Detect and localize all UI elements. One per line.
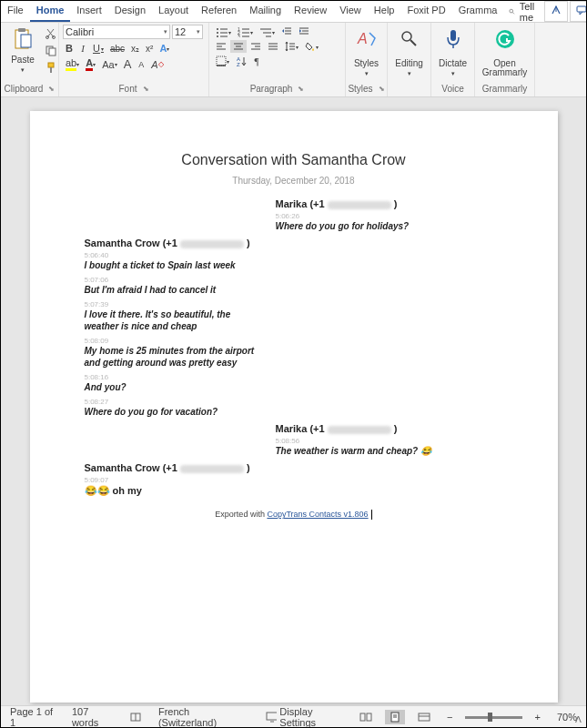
bold-button[interactable]: B bbox=[63, 41, 76, 56]
web-layout-button[interactable] bbox=[414, 710, 434, 724]
justify-button[interactable] bbox=[265, 40, 281, 53]
subscript-button[interactable]: x₂ bbox=[128, 42, 142, 56]
page-count[interactable]: Page 1 of 1 bbox=[6, 704, 59, 728]
underline-button[interactable]: U▾ bbox=[90, 41, 106, 56]
tab-design[interactable]: Design bbox=[108, 1, 152, 22]
group-font: Calibri▾ 12▾ B I U▾ abc x₂ x² A▾ ab▾ A▾ … bbox=[59, 23, 209, 96]
grow-font-button[interactable]: A bbox=[121, 56, 135, 73]
styles-launcher[interactable]: ⬊ bbox=[379, 85, 385, 93]
tab-review[interactable]: Review bbox=[288, 1, 333, 22]
group-clipboard: Paste▾ Clipboard⬊ bbox=[1, 23, 59, 96]
tab-help[interactable]: Help bbox=[368, 1, 401, 22]
comment-icon bbox=[576, 5, 587, 15]
book-icon bbox=[129, 711, 142, 723]
zoom-slider[interactable] bbox=[465, 716, 521, 719]
zoom-out-button[interactable]: − bbox=[443, 710, 456, 724]
align-center-button[interactable] bbox=[230, 40, 247, 53]
share-button[interactable] bbox=[544, 1, 568, 22]
tab-layout[interactable]: Layout bbox=[152, 1, 195, 22]
svg-rect-63 bbox=[360, 713, 365, 721]
italic-button[interactable]: I bbox=[76, 41, 89, 56]
paste-button[interactable]: Paste▾ bbox=[5, 25, 41, 76]
tab-home[interactable]: Home bbox=[30, 1, 71, 22]
export-link[interactable]: CopyTrans Contacts v1.806 bbox=[267, 510, 368, 519]
tab-grammarly[interactable]: Gramma bbox=[452, 1, 504, 22]
multilevel-icon bbox=[259, 26, 272, 37]
shading-button[interactable]: ▾ bbox=[302, 39, 321, 54]
change-case-button[interactable]: Aa▾ bbox=[99, 57, 119, 72]
line-spacing-button[interactable]: ▾ bbox=[282, 39, 301, 54]
strikethrough-button[interactable]: abc bbox=[107, 42, 127, 56]
brush-icon bbox=[45, 62, 56, 74]
font-color-button[interactable]: A▾ bbox=[83, 56, 98, 73]
tab-foxit[interactable]: Foxit PD bbox=[400, 1, 451, 22]
read-icon bbox=[359, 712, 372, 723]
group-styles: A Styles▾ Styles⬊ bbox=[346, 23, 388, 96]
text-cursor bbox=[371, 510, 372, 520]
document-page[interactable]: Conversation with Samantha Crow Thursday… bbox=[30, 111, 558, 703]
zoom-in-button[interactable]: + bbox=[531, 710, 544, 724]
print-layout-button[interactable] bbox=[385, 710, 405, 724]
align-left-button[interactable] bbox=[213, 40, 229, 53]
document-scroll-area[interactable]: Conversation with Samantha Crow Thursday… bbox=[1, 97, 586, 705]
cut-button[interactable] bbox=[42, 25, 59, 41]
zoom-thumb[interactable] bbox=[488, 713, 492, 722]
format-painter-button[interactable] bbox=[42, 60, 59, 76]
page-icon bbox=[389, 712, 401, 723]
display-settings-button[interactable]: Display Settings bbox=[262, 704, 347, 728]
sort-button[interactable]: AZ bbox=[233, 54, 249, 68]
tab-view[interactable]: View bbox=[333, 1, 368, 22]
word-count[interactable]: 107 words bbox=[68, 704, 116, 728]
tab-file[interactable]: File bbox=[1, 1, 30, 22]
align-right-button[interactable] bbox=[248, 40, 264, 53]
svg-rect-11 bbox=[48, 63, 54, 67]
increase-indent-button[interactable] bbox=[296, 25, 312, 39]
multilevel-button[interactable]: ▾ bbox=[257, 25, 278, 39]
text-effects-button[interactable]: A▾ bbox=[157, 41, 172, 56]
font-name-combo[interactable]: Calibri▾ bbox=[63, 25, 170, 39]
cut-icon bbox=[45, 27, 56, 39]
superscript-button[interactable]: x² bbox=[143, 42, 156, 56]
numbering-button[interactable]: 123▾ bbox=[235, 25, 256, 39]
align-right-icon bbox=[250, 42, 261, 51]
search-icon bbox=[509, 6, 515, 17]
language-button[interactable]: French (Switzerland) bbox=[155, 704, 244, 728]
tab-references[interactable]: Referen bbox=[195, 1, 243, 22]
svg-text:Z: Z bbox=[237, 62, 240, 66]
sender-sam-2: Samantha Crow (+1 ) 5:09:07😂😂 oh my bbox=[85, 462, 503, 497]
redacted-phone bbox=[328, 201, 391, 209]
group-voice: Dictate▾ Voice bbox=[431, 23, 475, 96]
sender-sam-1: Samantha Crow (+1 ) 5:06:40I bought a ti… bbox=[85, 238, 503, 418]
show-marks-button[interactable]: ¶ bbox=[250, 54, 263, 68]
find-icon bbox=[397, 26, 422, 52]
decrease-indent-button[interactable] bbox=[278, 25, 295, 39]
highlight-button[interactable]: ab▾ bbox=[63, 56, 82, 73]
bullets-button[interactable]: ▾ bbox=[213, 25, 234, 39]
font-launcher[interactable]: ⬊ bbox=[143, 85, 149, 93]
svg-point-17 bbox=[217, 35, 218, 37]
copy-button[interactable] bbox=[42, 43, 59, 58]
read-mode-button[interactable] bbox=[356, 710, 376, 724]
clear-formatting-button[interactable]: A◇ bbox=[148, 57, 166, 72]
redacted-phone bbox=[180, 240, 244, 248]
collapse-ribbon-button[interactable]: ᐱ bbox=[575, 714, 582, 724]
indent-icon bbox=[299, 26, 309, 37]
clipboard-launcher[interactable]: ⬊ bbox=[48, 85, 55, 93]
tell-me-search[interactable]: Tell me bbox=[503, 1, 544, 22]
bullets-icon bbox=[216, 26, 228, 37]
shrink-font-button[interactable]: A bbox=[135, 58, 147, 71]
font-size-combo[interactable]: 12▾ bbox=[172, 25, 203, 39]
dictate-button[interactable]: Dictate▾ bbox=[435, 25, 471, 79]
group-paragraph: ▾ 123▾ ▾ ▾ ▾ ▾ AZ ¶ Paragraph⬊ bbox=[209, 23, 346, 96]
monitor-icon bbox=[266, 712, 277, 723]
tab-insert[interactable]: Insert bbox=[70, 1, 108, 22]
borders-button[interactable]: ▾ bbox=[213, 54, 232, 68]
comments-button[interactable] bbox=[570, 1, 587, 22]
paragraph-launcher[interactable]: ⬊ bbox=[298, 85, 304, 93]
editing-button[interactable]: Editing▾ bbox=[391, 25, 427, 79]
tab-mailings[interactable]: Mailing bbox=[243, 1, 288, 22]
spell-check-button[interactable] bbox=[126, 709, 146, 725]
redacted-phone bbox=[328, 426, 391, 434]
styles-button[interactable]: A Styles▾ bbox=[349, 25, 383, 79]
grammarly-button[interactable]: Open Grammarly bbox=[479, 25, 531, 79]
